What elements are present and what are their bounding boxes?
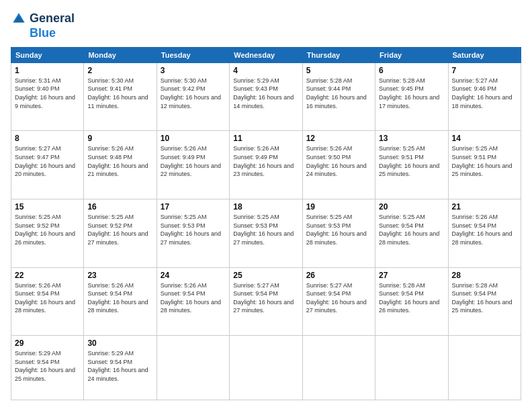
day-number: 5 xyxy=(306,66,371,75)
day-number: 15 xyxy=(15,202,80,212)
calendar-week-row: 29Sunrise: 5:29 AMSunset: 9:54 PMDayligh… xyxy=(11,336,521,400)
calendar-week-row: 15Sunrise: 5:25 AMSunset: 9:52 PMDayligh… xyxy=(11,199,521,268)
calendar-cell: 6Sunrise: 5:28 AMSunset: 9:45 PMDaylight… xyxy=(375,62,448,131)
calendar-week-row: 22Sunrise: 5:26 AMSunset: 9:54 PMDayligh… xyxy=(11,267,521,336)
day-info: Sunrise: 5:26 AMSunset: 9:54 PMDaylight:… xyxy=(15,281,80,315)
col-saturday: Saturday xyxy=(448,47,521,62)
calendar-cell: 20Sunrise: 5:25 AMSunset: 9:54 PMDayligh… xyxy=(375,199,448,268)
day-info: Sunrise: 5:30 AMSunset: 9:42 PMDaylight:… xyxy=(161,77,226,110)
day-number: 16 xyxy=(87,202,152,212)
day-info: Sunrise: 5:28 AMSunset: 9:54 PMDaylight:… xyxy=(379,281,444,315)
day-number: 11 xyxy=(233,134,298,143)
day-number: 23 xyxy=(87,271,152,280)
day-info: Sunrise: 5:29 AMSunset: 9:54 PMDaylight:… xyxy=(15,349,80,383)
day-info: Sunrise: 5:29 AMSunset: 9:43 PMDaylight:… xyxy=(233,77,298,110)
day-info: Sunrise: 5:28 AMSunset: 9:44 PMDaylight:… xyxy=(306,77,371,110)
day-number: 24 xyxy=(161,271,226,280)
calendar-cell: 7Sunrise: 5:27 AMSunset: 9:46 PMDaylight… xyxy=(448,62,521,131)
day-info: Sunrise: 5:27 AMSunset: 9:54 PMDaylight:… xyxy=(233,281,298,315)
calendar-cell: 11Sunrise: 5:26 AMSunset: 9:49 PMDayligh… xyxy=(230,131,302,199)
calendar-cell xyxy=(230,336,302,400)
day-info: Sunrise: 5:26 AMSunset: 9:50 PMDaylight:… xyxy=(306,144,371,178)
calendar-cell: 4Sunrise: 5:29 AMSunset: 9:43 PMDaylight… xyxy=(230,62,302,131)
day-number: 20 xyxy=(379,202,444,212)
header: General Blue xyxy=(11,11,521,40)
day-number: 6 xyxy=(379,66,444,75)
calendar-cell: 21Sunrise: 5:26 AMSunset: 9:54 PMDayligh… xyxy=(448,199,521,268)
day-info: Sunrise: 5:25 AMSunset: 9:51 PMDaylight:… xyxy=(379,144,444,178)
day-info: Sunrise: 5:27 AMSunset: 9:54 PMDaylight:… xyxy=(306,281,371,315)
calendar-cell: 22Sunrise: 5:26 AMSunset: 9:54 PMDayligh… xyxy=(11,267,84,336)
calendar-cell: 29Sunrise: 5:29 AMSunset: 9:54 PMDayligh… xyxy=(11,336,84,400)
calendar-cell: 30Sunrise: 5:29 AMSunset: 9:54 PMDayligh… xyxy=(84,336,157,400)
day-number: 13 xyxy=(379,134,444,143)
day-number: 22 xyxy=(15,271,80,280)
day-number: 9 xyxy=(87,134,152,143)
calendar-cell: 17Sunrise: 5:25 AMSunset: 9:53 PMDayligh… xyxy=(157,199,229,268)
calendar-cell: 10Sunrise: 5:26 AMSunset: 9:49 PMDayligh… xyxy=(157,131,229,199)
day-number: 1 xyxy=(15,66,80,75)
calendar-cell xyxy=(302,336,375,400)
col-friday: Friday xyxy=(375,47,448,62)
col-monday: Monday xyxy=(84,47,157,62)
day-info: Sunrise: 5:27 AMSunset: 9:46 PMDaylight:… xyxy=(452,77,517,110)
logo-blue-text: Blue xyxy=(30,26,56,40)
day-number: 25 xyxy=(233,271,298,280)
day-info: Sunrise: 5:28 AMSunset: 9:45 PMDaylight:… xyxy=(379,77,444,110)
day-info: Sunrise: 5:30 AMSunset: 9:41 PMDaylight:… xyxy=(87,77,152,110)
day-number: 7 xyxy=(452,66,517,75)
calendar-cell: 23Sunrise: 5:26 AMSunset: 9:54 PMDayligh… xyxy=(84,267,157,336)
day-info: Sunrise: 5:27 AMSunset: 9:47 PMDaylight:… xyxy=(15,144,80,178)
calendar-cell: 18Sunrise: 5:25 AMSunset: 9:53 PMDayligh… xyxy=(230,199,302,268)
calendar-cell: 8Sunrise: 5:27 AMSunset: 9:47 PMDaylight… xyxy=(11,131,84,199)
calendar-cell: 1Sunrise: 5:31 AMSunset: 9:40 PMDaylight… xyxy=(11,62,84,131)
calendar-cell xyxy=(157,336,229,400)
day-number: 28 xyxy=(452,271,517,280)
page: General Blue Sunday Monday Tuesday Wedne… xyxy=(0,0,532,411)
calendar-cell: 3Sunrise: 5:30 AMSunset: 9:42 PMDaylight… xyxy=(157,62,229,131)
col-wednesday: Wednesday xyxy=(230,47,302,62)
col-tuesday: Tuesday xyxy=(157,47,229,62)
day-number: 14 xyxy=(452,134,517,143)
day-number: 10 xyxy=(161,134,226,143)
logo: General Blue xyxy=(11,11,75,40)
col-sunday: Sunday xyxy=(11,47,84,62)
calendar-cell: 28Sunrise: 5:28 AMSunset: 9:54 PMDayligh… xyxy=(448,267,521,336)
calendar-cell: 15Sunrise: 5:25 AMSunset: 9:52 PMDayligh… xyxy=(11,199,84,268)
day-info: Sunrise: 5:26 AMSunset: 9:54 PMDaylight:… xyxy=(87,281,152,315)
day-info: Sunrise: 5:25 AMSunset: 9:54 PMDaylight:… xyxy=(379,213,444,246)
day-number: 2 xyxy=(87,66,152,75)
day-info: Sunrise: 5:26 AMSunset: 9:54 PMDaylight:… xyxy=(452,213,517,246)
calendar-cell: 9Sunrise: 5:26 AMSunset: 9:48 PMDaylight… xyxy=(84,131,157,199)
day-info: Sunrise: 5:25 AMSunset: 9:52 PMDaylight:… xyxy=(15,213,80,246)
day-number: 19 xyxy=(306,202,371,212)
day-info: Sunrise: 5:25 AMSunset: 9:53 PMDaylight:… xyxy=(306,213,371,246)
calendar-table: Sunday Monday Tuesday Wednesday Thursday… xyxy=(11,47,521,400)
calendar-week-row: 1Sunrise: 5:31 AMSunset: 9:40 PMDaylight… xyxy=(11,62,521,131)
day-info: Sunrise: 5:26 AMSunset: 9:48 PMDaylight:… xyxy=(87,144,152,178)
day-number: 21 xyxy=(452,202,517,212)
day-info: Sunrise: 5:25 AMSunset: 9:51 PMDaylight:… xyxy=(452,144,517,178)
day-number: 17 xyxy=(161,202,226,212)
day-info: Sunrise: 5:26 AMSunset: 9:49 PMDaylight:… xyxy=(161,144,226,178)
day-info: Sunrise: 5:25 AMSunset: 9:52 PMDaylight:… xyxy=(87,213,152,246)
day-number: 18 xyxy=(233,202,298,212)
day-number: 3 xyxy=(161,66,226,75)
calendar-cell: 27Sunrise: 5:28 AMSunset: 9:54 PMDayligh… xyxy=(375,267,448,336)
day-number: 30 xyxy=(87,338,152,348)
calendar-cell: 14Sunrise: 5:25 AMSunset: 9:51 PMDayligh… xyxy=(448,131,521,199)
calendar-cell: 16Sunrise: 5:25 AMSunset: 9:52 PMDayligh… xyxy=(84,199,157,268)
day-info: Sunrise: 5:25 AMSunset: 9:53 PMDaylight:… xyxy=(233,213,298,246)
day-info: Sunrise: 5:31 AMSunset: 9:40 PMDaylight:… xyxy=(15,77,80,110)
day-number: 29 xyxy=(15,338,80,348)
day-number: 12 xyxy=(306,134,371,143)
calendar-cell: 12Sunrise: 5:26 AMSunset: 9:50 PMDayligh… xyxy=(302,131,375,199)
calendar-cell: 13Sunrise: 5:25 AMSunset: 9:51 PMDayligh… xyxy=(375,131,448,199)
day-info: Sunrise: 5:26 AMSunset: 9:49 PMDaylight:… xyxy=(233,144,298,178)
calendar-header-row: Sunday Monday Tuesday Wednesday Thursday… xyxy=(11,47,521,62)
calendar-cell: 24Sunrise: 5:26 AMSunset: 9:54 PMDayligh… xyxy=(157,267,229,336)
day-number: 27 xyxy=(379,271,444,280)
calendar-cell: 25Sunrise: 5:27 AMSunset: 9:54 PMDayligh… xyxy=(230,267,302,336)
day-info: Sunrise: 5:29 AMSunset: 9:54 PMDaylight:… xyxy=(87,349,152,383)
day-number: 4 xyxy=(233,66,298,75)
